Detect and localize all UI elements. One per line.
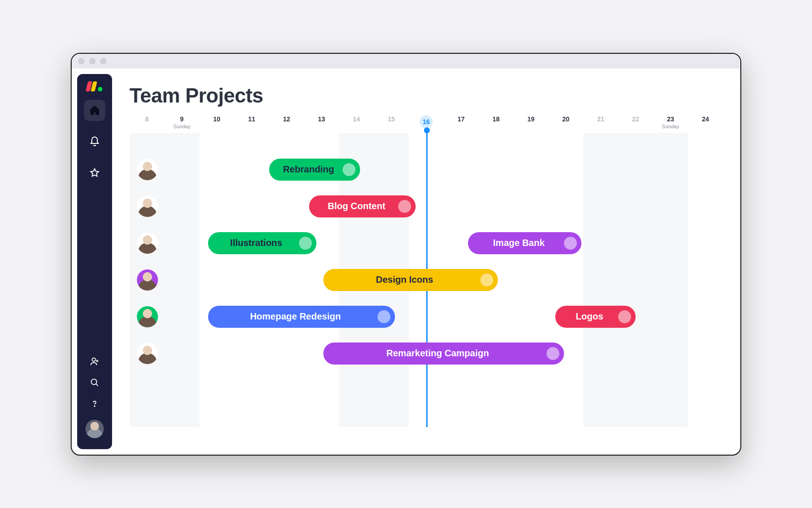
task-handle-icon[interactable] — [618, 310, 631, 323]
user-avatar[interactable] — [137, 196, 158, 217]
nav-help[interactable] — [90, 399, 100, 411]
task-pill[interactable]: Image Bank — [468, 232, 581, 254]
task-handle-icon[interactable] — [547, 347, 559, 360]
task-label: Homepage Redesign — [250, 311, 341, 322]
task-handle-icon[interactable] — [480, 274, 493, 286]
help-icon — [90, 399, 100, 409]
timeline-day[interactable]: 19 — [513, 115, 548, 129]
window-titlebar — [72, 54, 740, 68]
task-handle-icon[interactable] — [343, 163, 355, 176]
svg-point-1 — [91, 379, 97, 384]
task-pill[interactable]: Remarketing Campaign — [323, 342, 564, 365]
app-logo-icon — [87, 80, 102, 91]
timeline-day[interactable]: 11 — [234, 115, 269, 129]
timeline-day[interactable]: 10 — [199, 115, 234, 129]
timeline-day[interactable]: 23Sunday — [653, 115, 688, 129]
current-user-avatar[interactable] — [85, 420, 104, 438]
timeline-day[interactable]: 16 — [409, 115, 444, 129]
task-label: Remarketing Campaign — [386, 348, 489, 359]
add-user-icon — [90, 356, 100, 366]
user-avatar[interactable] — [137, 159, 158, 180]
task-handle-icon[interactable] — [564, 237, 577, 250]
task-pill[interactable]: Illustrations — [208, 232, 316, 254]
bell-icon — [89, 136, 100, 147]
task-pill[interactable]: Rebranding — [269, 159, 360, 181]
nav-home[interactable] — [84, 100, 105, 121]
nav-search[interactable] — [90, 377, 100, 389]
task-label: Logos — [576, 311, 603, 322]
timeline-day[interactable]: 8 — [130, 115, 164, 129]
nav-favorites[interactable] — [84, 162, 105, 183]
task-pill[interactable]: Blog Content — [309, 195, 416, 217]
timeline-day[interactable]: 9Sunday — [164, 115, 199, 129]
app-window: Team Projects 89Sunday101112131415161718… — [71, 53, 741, 456]
timeline-grid: RebrandingBlog ContentIllustrationsImage… — [130, 133, 724, 427]
timeline-day[interactable]: 18 — [479, 115, 513, 129]
task-label: Illustrations — [230, 238, 282, 248]
timeline-day[interactable]: 21 — [583, 115, 618, 129]
task-label: Blog Content — [328, 201, 386, 211]
traffic-light-close[interactable] — [78, 58, 85, 64]
timeline-day[interactable]: 20 — [548, 115, 583, 129]
timeline-day[interactable]: 17 — [444, 115, 479, 129]
task-handle-icon[interactable] — [398, 200, 411, 213]
timeline-day[interactable]: 22 — [618, 115, 653, 129]
main-content: Team Projects 89Sunday101112131415161718… — [112, 68, 740, 455]
task-handle-icon[interactable] — [299, 237, 312, 250]
sidebar — [77, 74, 112, 449]
star-icon — [89, 167, 100, 178]
nav-notifications[interactable] — [84, 131, 105, 152]
user-avatar[interactable] — [137, 233, 158, 254]
user-avatar[interactable] — [137, 343, 158, 364]
home-icon — [89, 105, 100, 116]
traffic-light-min[interactable] — [89, 58, 96, 64]
svg-point-0 — [92, 358, 96, 361]
task-handle-icon[interactable] — [378, 310, 390, 323]
task-pill[interactable]: Logos — [555, 306, 636, 328]
timeline-day[interactable]: 15 — [374, 115, 409, 129]
search-icon — [90, 377, 100, 388]
task-pill[interactable]: Homepage Redesign — [208, 306, 395, 328]
timeline-day[interactable]: 13 — [304, 115, 339, 129]
nav-invite[interactable] — [90, 356, 100, 368]
task-label: Design Icons — [376, 274, 433, 285]
page-title: Team Projects — [130, 84, 724, 107]
task-label: Rebranding — [283, 164, 334, 175]
user-avatar[interactable] — [137, 306, 158, 327]
timeline-day[interactable]: 12 — [269, 115, 304, 129]
task-pill[interactable]: Design Icons — [323, 269, 498, 291]
timeline-day[interactable]: 24 — [688, 115, 723, 129]
svg-point-2 — [94, 405, 95, 406]
user-avatar[interactable] — [137, 269, 158, 291]
timeline-day[interactable]: 14 — [339, 115, 374, 129]
traffic-light-max[interactable] — [100, 58, 107, 64]
task-label: Image Bank — [493, 238, 545, 248]
